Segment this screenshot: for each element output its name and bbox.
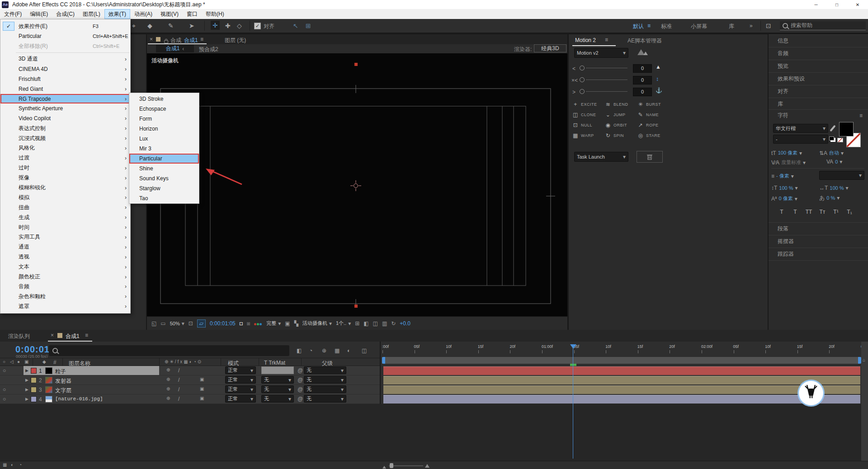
- submenu-item[interactable]: Lux: [129, 134, 199, 144]
- slider2-mode-icon[interactable]: ×<: [571, 78, 578, 83]
- graph-editor-icon[interactable]: ◫: [362, 348, 367, 353]
- comp-mini-flowchart-icon[interactable]: ◧: [297, 348, 302, 353]
- layer-row-3[interactable]: ○ ▶ 3 文字层 ⊕ / ▣ 正常 ▾ 无 ▾ @ 无 ▾: [0, 385, 380, 394]
- tab-comp1[interactable]: 合成1: [66, 333, 80, 340]
- orbit-camera-tool-icon[interactable]: ✛: [211, 21, 220, 30]
- tab-render-queue[interactable]: 渲染队列: [8, 333, 30, 340]
- view-layout-dropdown[interactable]: 1个.. ▾: [336, 319, 351, 328]
- quality-switch-icon[interactable]: /: [178, 377, 179, 383]
- effects-category-item[interactable]: Red Giant ›: [0, 84, 130, 94]
- vertical-scale-control[interactable]: ↕T 100 % ▾: [771, 185, 798, 191]
- tracking-control[interactable]: VA 0 ▾: [826, 159, 842, 164]
- multi-view-icon[interactable]: ◱: [151, 321, 156, 326]
- quality-switch-icon[interactable]: /: [178, 387, 179, 392]
- menubar-item[interactable]: 动画(A): [130, 9, 156, 19]
- parent-dropdown[interactable]: 无 ▾: [304, 366, 346, 374]
- blend-mode-dropdown[interactable]: 正常 ▾: [225, 366, 256, 374]
- effects-category-item[interactable]: 沉浸式视频 ›: [0, 133, 130, 143]
- layer-name[interactable]: 发射器: [55, 377, 71, 385]
- roi-icon[interactable]: ⊡: [189, 321, 193, 326]
- comp-flowchart-icon[interactable]: ▥: [382, 321, 387, 326]
- precomp-tab[interactable]: 预合成2: [199, 46, 218, 53]
- time-ruler[interactable]: :00f 05f 10f 15f 20f 01:00f 05f 10f 15f …: [382, 344, 861, 357]
- shy-switch-icon[interactable]: ⊕: [166, 368, 170, 372]
- sidebar-panel-wiggler[interactable]: 摇摆器: [769, 235, 868, 248]
- effects-category-item[interactable]: 时间 ›: [0, 222, 130, 232]
- expand-arrow-icon[interactable]: ▶: [25, 368, 28, 373]
- expand-arrow-icon[interactable]: ▶: [25, 378, 28, 382]
- pickwhip-icon[interactable]: @: [297, 368, 303, 373]
- motion-tool-button[interactable]: ≋ BLEND: [605, 101, 637, 108]
- effects-category-item[interactable]: 模拟 ›: [0, 192, 130, 202]
- toggle-graph-icon[interactable]: ◔: [19, 463, 22, 467]
- faux-style-toggle[interactable]: TT: [804, 208, 814, 216]
- submenu-item[interactable]: Mir 3: [129, 144, 199, 154]
- stroke-width-control[interactable]: ≡ - 像素 ▾: [771, 173, 794, 179]
- motion-tool-button[interactable]: ⊡ NULL: [572, 122, 605, 128]
- faux-style-toggle[interactable]: T: [777, 208, 787, 216]
- draft-3d-icon[interactable]: ◔: [309, 348, 312, 353]
- tsume-control[interactable]: あ 0 % ▾: [819, 195, 840, 201]
- tab-close-icon[interactable]: ×: [150, 37, 153, 42]
- font-style-dropdown[interactable]: - ▾: [773, 135, 828, 144]
- effects-category-item[interactable]: 透视 ›: [0, 252, 130, 262]
- slider3-value[interactable]: 0: [633, 88, 652, 96]
- tab-script-manager[interactable]: AE脚本管理器: [627, 37, 662, 45]
- trkmat-column[interactable]: T TrkMat: [264, 360, 285, 366]
- resolution-dropdown[interactable]: 完整 ▾: [266, 319, 281, 328]
- motion-tool-button[interactable]: ◎ STARE: [637, 132, 670, 139]
- reset-exposure-icon[interactable]: ↻: [391, 321, 396, 326]
- effects-category-item[interactable]: CINEMA 4D ›: [0, 64, 130, 74]
- parent-dropdown[interactable]: 无 ▾: [304, 395, 346, 403]
- help-search-field[interactable]: 搜索帮助: [780, 21, 866, 30]
- roto-brush-tool-icon[interactable]: ✎: [168, 22, 174, 29]
- minimize-button[interactable]: ─: [806, 0, 826, 9]
- work-area-start-handle[interactable]: [382, 357, 385, 364]
- menubar-item[interactable]: 图层(L): [79, 9, 104, 19]
- trkmat-dropdown[interactable]: 无 ▾: [261, 376, 294, 384]
- zoom-in-mountain-icon[interactable]: [425, 463, 429, 469]
- toggle-blur-icon[interactable]: ◐: [11, 463, 14, 467]
- snapshot-icon[interactable]: ◘: [240, 321, 243, 326]
- panel-menu-icon[interactable]: ≡: [859, 113, 863, 118]
- magnification-dropdown[interactable]: 50% ▾: [170, 319, 184, 328]
- faux-style-toggle[interactable]: T₁: [844, 208, 854, 216]
- comp-mini-tab[interactable]: 合成1 ‹: [156, 45, 194, 52]
- faux-style-toggle[interactable]: T¹: [831, 208, 841, 216]
- tab-close-icon[interactable]: ×: [51, 333, 54, 338]
- submenu-item[interactable]: Shine: [129, 164, 199, 174]
- playhead-handle[interactable]: [570, 344, 576, 352]
- effects-category-item[interactable]: 通道 ›: [0, 242, 130, 252]
- pickwhip-icon[interactable]: @: [297, 377, 303, 383]
- effects-category-item[interactable]: 音频 ›: [0, 281, 130, 291]
- slider1-track[interactable]: [586, 68, 627, 68]
- expand-arrow-icon[interactable]: ▶: [25, 387, 28, 392]
- layer1-duration-bar[interactable]: [383, 366, 860, 375]
- menubar-item[interactable]: 合成(C): [52, 9, 79, 19]
- blend-mode-dropdown[interactable]: 正常 ▾: [225, 385, 256, 393]
- pan-camera-tool-icon[interactable]: ✚: [225, 22, 231, 29]
- eye-icon[interactable]: ○: [3, 387, 6, 392]
- motion-tool-button[interactable]: ◉ ORBIT: [605, 122, 637, 128]
- effects-category-item[interactable]: 风格化 ›: [0, 143, 130, 153]
- quality-switch-icon[interactable]: /: [178, 396, 179, 402]
- motion-tool-button[interactable]: ✳ BURST: [637, 101, 670, 108]
- zoom-out-mountain-icon[interactable]: [382, 464, 386, 469]
- timeline-right-strip[interactable]: ⌂: [861, 342, 868, 461]
- layer3-duration-bar[interactable]: [383, 385, 860, 394]
- motion-tool-button[interactable]: + EXCITE: [572, 101, 605, 108]
- timeline-search-field[interactable]: [49, 345, 289, 356]
- workspace-menu-icon[interactable]: ≡: [647, 23, 651, 29]
- transparency-grid-icon[interactable]: ▚: [294, 321, 298, 326]
- zoom-slider-handle[interactable]: [390, 463, 393, 468]
- close-button[interactable]: ✕: [847, 0, 868, 9]
- effects-category-item[interactable]: 表达式控制 ›: [0, 123, 130, 133]
- menubar-item[interactable]: 文件(F): [0, 9, 26, 19]
- effects-category-item[interactable]: 实用工具 ›: [0, 232, 130, 242]
- pickwhip-icon[interactable]: @: [297, 387, 303, 392]
- keyframe-marker[interactable]: [570, 364, 576, 366]
- tab-motion2[interactable]: Motion 2: [575, 37, 596, 43]
- slider2-track[interactable]: [586, 80, 627, 80]
- effects-category-item[interactable]: Frischluft ›: [0, 74, 130, 84]
- effects-category-item[interactable]: 过渡 ›: [0, 153, 130, 163]
